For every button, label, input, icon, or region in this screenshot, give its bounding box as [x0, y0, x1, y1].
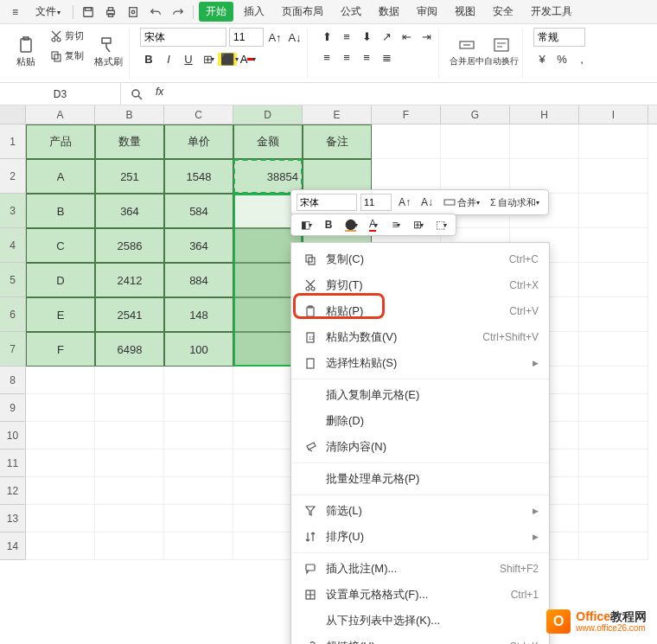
row-header-12[interactable]: 12	[0, 477, 26, 505]
ctx-paste-values[interactable]: 12 粘贴为数值(V) Ctrl+Shift+V	[291, 324, 549, 350]
ctx-insert-comment[interactable]: 插入批注(M)... Shift+F2	[291, 556, 549, 582]
cell-C5[interactable]: 884	[164, 263, 233, 297]
cut-button[interactable]: 剪切	[47, 28, 87, 44]
qat-undo-icon[interactable]	[146, 3, 165, 22]
menu-file[interactable]: 文件 ▾	[29, 2, 67, 22]
row-header-13[interactable]: 13	[0, 505, 26, 532]
tab-start[interactable]: 开始	[199, 2, 233, 22]
mini-fill-icon[interactable]: ◧▾	[297, 216, 316, 233]
cell-H2[interactable]	[510, 159, 579, 194]
row-header-9[interactable]: 9	[0, 394, 26, 422]
cell-B7[interactable]: 6498	[95, 332, 164, 367]
distribute-icon[interactable]: ≣	[378, 48, 395, 66]
cell-G1[interactable]	[441, 124, 510, 159]
cell-C4[interactable]: 364	[164, 228, 233, 263]
border-button[interactable]: ⊞▾	[200, 50, 217, 67]
cell-I3[interactable]	[579, 194, 648, 228]
currency-icon[interactable]: ¥	[533, 50, 551, 67]
ctx-batch[interactable]: 批量处理单元格(P)	[291, 466, 549, 492]
tab-security[interactable]: 安全	[486, 2, 520, 22]
ctx-copy[interactable]: 复制(C) Ctrl+C	[291, 246, 549, 272]
tab-data[interactable]: 数据	[372, 2, 406, 22]
ctx-cut[interactable]: 剪切(T) Ctrl+X	[291, 272, 549, 298]
cell-B4[interactable]: 2586	[95, 228, 164, 263]
ctx-hyperlink[interactable]: 超链接(H)... Ctrl+K	[291, 634, 549, 644]
italic-button[interactable]: I	[160, 50, 177, 67]
ctx-paste-special[interactable]: 选择性粘贴(S) ▶	[291, 350, 549, 376]
select-all-corner[interactable]	[0, 105, 26, 124]
number-format-select[interactable]	[533, 28, 585, 47]
fx-label[interactable]: fx	[150, 86, 169, 103]
cell-C1[interactable]: 单价	[164, 124, 233, 159]
ctx-format-cells[interactable]: 设置单元格格式(F)... Ctrl+1	[291, 582, 549, 608]
row-header-14[interactable]: 14	[0, 532, 26, 560]
font-name-select[interactable]	[140, 28, 226, 47]
fill-color-button[interactable]: ⬛▾	[220, 50, 237, 67]
mini-font-select[interactable]	[297, 194, 357, 211]
ctx-delete[interactable]: 删除(D)	[291, 408, 549, 434]
cell-A2[interactable]: A	[26, 159, 95, 194]
col-header-H[interactable]: H	[510, 105, 579, 124]
font-size-select[interactable]	[229, 28, 264, 47]
comma-icon[interactable]: ,	[573, 50, 590, 67]
cell-C3[interactable]: 584	[164, 194, 233, 228]
align-middle-icon[interactable]: ≡	[338, 28, 355, 45]
cell-I2[interactable]	[579, 159, 648, 194]
cell-I4[interactable]	[579, 228, 648, 263]
qat-save-icon[interactable]	[79, 3, 98, 22]
cell-E2[interactable]	[303, 159, 372, 194]
ctx-filter[interactable]: 筛选(L) ▶	[291, 498, 549, 524]
col-header-I[interactable]: I	[579, 105, 648, 124]
name-box[interactable]: D3	[0, 83, 121, 105]
mini-bold-button[interactable]: B	[319, 216, 338, 233]
col-header-B[interactable]: B	[95, 105, 164, 124]
row-header-2[interactable]: 2	[0, 159, 26, 194]
cell-A7[interactable]: F	[26, 332, 95, 367]
mini-text-color-icon[interactable]: A▾	[364, 216, 383, 233]
row-header-11[interactable]: 11	[0, 450, 26, 477]
mini-autosum-button[interactable]: Σ 自动求和▾	[487, 196, 543, 209]
cell-D2[interactable]: 38854	[233, 159, 303, 194]
row-header-4[interactable]: 4	[0, 228, 26, 263]
cell-G2[interactable]	[441, 159, 510, 194]
percent-icon[interactable]: %	[553, 50, 571, 67]
cell-A4[interactable]: C	[26, 228, 95, 263]
qat-redo-icon[interactable]	[169, 3, 188, 22]
qat-print-preview-icon[interactable]	[124, 3, 143, 22]
mini-align-icon[interactable]: ≡▾	[386, 216, 405, 233]
row-header-3[interactable]: 3	[0, 194, 26, 228]
format-painter-button[interactable]: 格式刷	[91, 28, 125, 76]
cell-F1[interactable]	[372, 124, 441, 159]
font-color-button[interactable]: A▾	[239, 50, 257, 67]
mini-border-icon[interactable]: ⊞▾	[409, 216, 428, 233]
tab-review[interactable]: 审阅	[410, 2, 444, 22]
align-top-icon[interactable]: ⬆	[318, 28, 335, 45]
cell-A3[interactable]: B	[26, 194, 95, 228]
cell-A5[interactable]: D	[26, 263, 95, 297]
cell-I6[interactable]	[579, 297, 648, 332]
merge-center-button[interactable]: 合并居中	[450, 28, 484, 76]
cell-D1[interactable]: 金额	[233, 124, 303, 159]
cell-B3[interactable]: 364	[95, 194, 164, 228]
indent-left-icon[interactable]: ⇤	[398, 28, 415, 45]
mini-size-select[interactable]	[360, 194, 392, 211]
bold-button[interactable]: B	[140, 50, 157, 67]
cell-A6[interactable]: E	[26, 297, 95, 332]
menu-hamburger[interactable]: ≡	[5, 3, 25, 21]
mini-increase-font-icon[interactable]: A↑	[395, 194, 414, 211]
underline-button[interactable]: U	[180, 50, 197, 67]
indent-right-icon[interactable]: ⇥	[418, 28, 435, 45]
cell-I5[interactable]	[579, 263, 648, 297]
wrap-text-button[interactable]: 自动换行	[484, 28, 519, 76]
qat-print-icon[interactable]	[101, 3, 120, 22]
cell-A1[interactable]: 产品	[26, 124, 95, 159]
copy-button[interactable]: 复制	[47, 48, 87, 64]
cell-B2[interactable]: 251	[95, 159, 164, 194]
col-header-G[interactable]: G	[441, 105, 510, 124]
align-left-icon[interactable]: ≡	[318, 48, 335, 66]
cell-C7[interactable]: 100	[164, 332, 233, 367]
cell-I1[interactable]	[579, 124, 648, 159]
cell-C2[interactable]: 1548	[164, 159, 233, 194]
tab-formula[interactable]: 公式	[334, 2, 368, 22]
cell-B5[interactable]: 2412	[95, 263, 164, 297]
